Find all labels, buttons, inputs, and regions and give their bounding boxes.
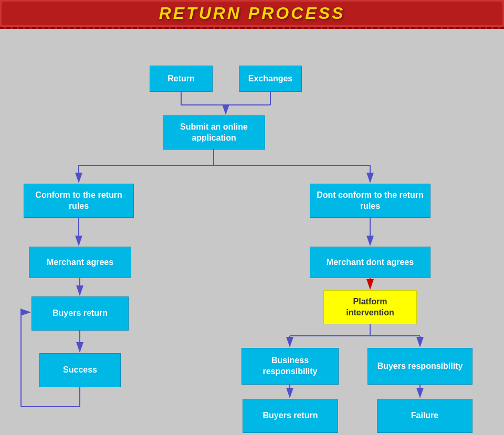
- merchant-not-box: Merchant dont agrees: [310, 247, 430, 278]
- merchant-agrees-box: Merchant agrees: [29, 247, 131, 278]
- page-wrapper: RETURN PROCESS: [0, 0, 504, 435]
- exchanges-box: Exchanges: [239, 66, 302, 92]
- platform-box: Platform intervention: [323, 290, 417, 324]
- conform-box: Conform to the return rules: [24, 184, 134, 218]
- diagram: Return Exchanges Submit an online applic…: [0, 29, 504, 435]
- buyers-return-left-box: Buyers return: [32, 296, 129, 331]
- buyers-return-right-box: Buyers return: [243, 399, 338, 433]
- header: RETURN PROCESS: [0, 0, 504, 29]
- failure-box: Failure: [377, 399, 472, 433]
- header-title: RETURN PROCESS: [159, 4, 345, 23]
- return-box: Return: [150, 66, 213, 92]
- business-resp-box: Business responsibility: [242, 348, 339, 385]
- success-box: Success: [39, 353, 121, 387]
- buyers-resp-box: Buyers responsibility: [368, 348, 472, 385]
- submit-box: Submit an online application: [163, 115, 265, 150]
- notconform-box: Dont conform to the return rules: [310, 184, 430, 218]
